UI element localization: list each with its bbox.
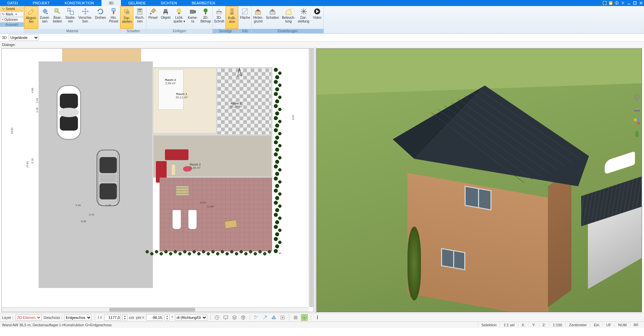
ribbon: Selekt Mark.▾ +Optionen Auswahl Abgrei-f…	[0, 6, 644, 34]
ribbon-btn-move[interactable]: Verschie-ben	[77, 6, 94, 29]
calc-icon	[136, 7, 144, 15]
tree-icon[interactable]	[633, 130, 641, 138]
scrollbar-horizontal[interactable]	[2, 307, 309, 312]
menu-tab-datei[interactable]: DATEI	[0, 0, 26, 6]
scrollbar-vertical[interactable]	[309, 49, 313, 307]
ribbon-btn-house3[interactable]: Beleuch-tung	[281, 6, 296, 29]
layer-select[interactable]: 2D-Elemen	[15, 315, 42, 321]
plan-hedge-right	[273, 67, 287, 253]
ribbon-btn-camera[interactable]: Kame-ra	[186, 6, 199, 29]
titlebar-save-icon[interactable]	[608, 0, 614, 6]
tool-snap-1-icon[interactable]	[253, 314, 260, 321]
collision-icon	[228, 8, 236, 16]
status-scale: 1:100	[549, 323, 566, 327]
menu-tab-gelaende[interactable]: GELÄNDE	[121, 0, 154, 6]
window-maximize-icon[interactable]	[632, 0, 638, 6]
move-icon	[81, 7, 89, 15]
menu-tab-sichten[interactable]: SICHTEN	[153, 0, 184, 6]
tool-monitor-icon[interactable]	[222, 314, 229, 321]
tool-box-icon[interactable]	[240, 314, 247, 321]
color-palette-icon[interactable]	[633, 117, 641, 126]
status-selection: Selektion	[478, 323, 500, 327]
menu-tab-konstruktion[interactable]: KONSTRUKTION	[57, 0, 101, 6]
terrain-select[interactable]: Urgelände	[9, 35, 39, 41]
svg-point-48	[59, 108, 79, 117]
ribbon-btn-calc[interactable]: Rech-nen	[133, 6, 146, 29]
tool-snap-4-icon[interactable]	[279, 314, 286, 321]
menu-tab-bearbeiten[interactable]: BEARBEITEN	[184, 0, 223, 6]
ribbon-btn-bucket[interactable]: Zuwei-sen	[38, 6, 51, 29]
ribbon-options-button[interactable]: +Optionen	[0, 17, 24, 22]
ribbon-btn-house2[interactable]: Schatten	[264, 6, 280, 29]
ribbon-btn-bulb[interactable]: Licht-quelle ▾	[172, 6, 186, 29]
ribbon-btn-gear[interactable]: Dar-stellung	[296, 6, 310, 29]
ribbon-btn-brush[interactable]: Hin.Pinsel	[107, 6, 120, 29]
dl-select[interactable]: dl (Richtung/Di	[175, 315, 207, 321]
ribbon-btn-chair[interactable]: Objekt	[159, 6, 172, 29]
svg-rect-31	[232, 9, 233, 13]
tool-snap-3-icon[interactable]	[270, 314, 277, 321]
ribbon-btn-area[interactable]: Fläche	[239, 6, 251, 29]
ribbon-select-button[interactable]: Selekt	[0, 6, 24, 11]
house-roof	[381, 82, 596, 190]
layers-icon[interactable]	[633, 93, 641, 101]
length-stepper[interactable]: ▲▼	[123, 315, 127, 321]
context-bar: 3D Urgelände	[0, 34, 644, 42]
plan-lounger-2	[188, 210, 197, 229]
phi-input[interactable]	[146, 315, 163, 321]
svg-point-9	[46, 13, 48, 14]
svg-rect-21	[163, 12, 168, 13]
status-bar: Wand AW 36,5 m, Deckenauflager L=Konstru…	[0, 322, 644, 328]
length-input[interactable]	[104, 315, 121, 321]
ribbon-btn-section[interactable]: 3D-Schnitt	[213, 6, 226, 29]
ribbon-btn-dropper[interactable]: Abgrei-fen	[24, 6, 38, 29]
window-minimize-icon[interactable]	[626, 0, 632, 6]
ribbon-btn-edit[interactable]: Bear-beiten	[51, 6, 64, 29]
titlebar-info-icon[interactable]	[614, 0, 620, 6]
dim-bot-4: 6,00	[81, 220, 86, 223]
ribbon-btn-tree[interactable]: 3D-Bitmap	[199, 6, 212, 29]
svg-rect-4	[616, 2, 617, 3]
paintbrush-icon	[149, 7, 157, 15]
ribbon-mark-button[interactable]: Mark.▾	[0, 12, 24, 17]
ribbon-btn-collision[interactable]: Kolli-sion	[225, 6, 238, 29]
house2-icon	[268, 7, 276, 15]
tree-icon	[202, 7, 210, 15]
titlebar-fullscreen-icon[interactable]	[602, 0, 608, 6]
ribbon-btn-paintbrush[interactable]: Pinsel	[146, 6, 159, 29]
ribbon-btn-play[interactable]: Video	[311, 6, 324, 29]
svg-point-17	[138, 11, 139, 12]
tool-grid-icon[interactable]	[292, 314, 299, 321]
ribbon-btn-shadow[interactable]: Dar-stellen	[120, 6, 133, 29]
tool-layers-icon[interactable]	[231, 314, 238, 321]
floor-select[interactable]: Erdgeschos	[64, 315, 92, 321]
tool-snap-2-icon[interactable]	[262, 314, 268, 321]
tool-info-icon[interactable]	[314, 314, 321, 321]
svg-rect-47	[60, 116, 78, 131]
svg-line-42	[305, 9, 306, 10]
tool-north-icon[interactable]: N	[301, 314, 308, 321]
furniture-icon[interactable]	[633, 105, 641, 113]
ribbon-btn-house[interactable]: Hinter-grund	[252, 6, 264, 29]
ribbon-group-schatten: Schatten	[120, 29, 146, 33]
svg-rect-20	[164, 9, 167, 12]
phi-unit: °	[171, 316, 173, 320]
status-message: Wand AW 36,5 m, Deckenauflager L=Konstru…	[2, 323, 112, 327]
menu-tab-projekt[interactable]: PROJEKT	[26, 0, 57, 6]
plan-car-2	[94, 146, 123, 210]
section-icon	[215, 7, 223, 15]
ribbon-btn-rotate[interactable]: Drehen	[94, 6, 108, 29]
tool-clock-icon[interactable]	[214, 314, 220, 321]
bulb-icon	[175, 7, 183, 15]
length-label: l =	[98, 316, 102, 320]
ribbon-btn-scale[interactable]: Skalie-ren	[64, 6, 77, 29]
svg-text:N: N	[239, 69, 241, 72]
menu-tab-3d[interactable]: 3D	[101, 0, 121, 6]
view-3d[interactable]	[316, 48, 642, 312]
phi-stepper[interactable]: ▲▼	[165, 315, 169, 321]
window-close-icon[interactable]	[638, 0, 644, 6]
view-2d[interactable]: N Raum 42,89 m² Raum 120,11 m² Raum 325,…	[1, 48, 314, 312]
svg-line-43	[301, 13, 302, 14]
ribbon-group-einfuegen: Einfügen	[146, 29, 212, 33]
titlebar-help-icon[interactable]: ?	[620, 0, 626, 6]
